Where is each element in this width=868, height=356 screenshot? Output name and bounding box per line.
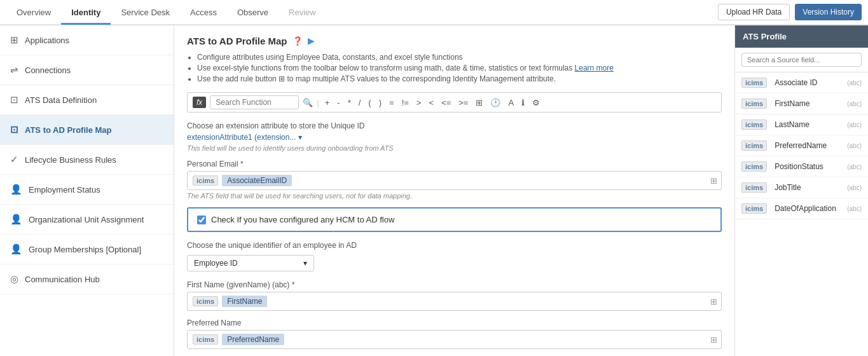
nav-items: Overview Identity Service Desk Access Ob… [6, 0, 718, 25]
extension-select[interactable]: extensionAttribute1 (extension... ▾ [187, 133, 722, 142]
sidebar-item-group-memberships[interactable]: 👤 Group Memberships [Optional] [0, 235, 174, 264]
nav-access[interactable]: Access [180, 0, 227, 25]
less-btn[interactable]: < [427, 98, 436, 107]
comm-hub-icon: ◎ [10, 273, 18, 285]
ats-field-dateofapplication: icims DateOfApplication (abc) [735, 198, 868, 219]
ats-field-name: PreferredName [775, 141, 843, 150]
text-btn[interactable]: A [506, 98, 516, 107]
icims-badge: icims [193, 334, 218, 345]
sidebar-item-label: Lifecycle Business Rules [25, 155, 116, 165]
ats-search-input[interactable] [741, 53, 862, 67]
learn-more-link[interactable]: Learn more [575, 64, 614, 72]
plus-btn[interactable]: + [323, 98, 332, 107]
preferred-name-chip: PreferredName [222, 334, 284, 345]
employee-id-select[interactable]: Employee ID ▾ [187, 255, 314, 271]
table-icon: ⊞ [710, 176, 717, 186]
main-content: ATS to AD Profile Map ❓ ▶ Configure attr… [174, 25, 734, 356]
icims-badge: icims [741, 182, 767, 193]
first-name-field: First Name (givenName) (abc) * icims Fir… [187, 280, 722, 311]
icims-badge: icims [741, 78, 767, 88]
page-title: ATS to AD Profile Map ❓ ▶ [187, 36, 722, 46]
group-icon: 👤 [10, 243, 22, 255]
sidebar-item-applications[interactable]: ⊞ Applications [0, 25, 174, 55]
bullet-2: Use excel-style functions from the toolb… [197, 64, 722, 72]
personal-email-input[interactable]: icims AssociateEmailID ⊞ [187, 171, 722, 190]
upload-hr-data-button[interactable]: Upload HR Data [718, 4, 790, 20]
description-list: Configure attributes using Employee Data… [197, 53, 722, 83]
sidebar-item-lifecycle-rules[interactable]: ✓ Lifecycle Business Rules [0, 145, 174, 175]
greater-btn[interactable]: > [415, 98, 424, 107]
org-unit-icon: 👤 [10, 214, 22, 225]
sidebar-item-comm-hub[interactable]: ◎ Communication Hub [0, 264, 174, 294]
ats-field-jobtitle: icims JobTitle (abc) [735, 177, 868, 198]
sidebar-item-ats-profile-map[interactable]: ⊡ ATS to AD Profile Map [0, 115, 174, 145]
search-icon[interactable]: 🔍 [303, 98, 313, 107]
nav-observe[interactable]: Observe [227, 0, 279, 25]
search-function-input[interactable] [210, 95, 299, 109]
equals-btn[interactable]: = [387, 98, 396, 107]
sidebar-item-label: ATS to AD Profile Map [25, 125, 112, 135]
sidebar-item-connections[interactable]: ⇌ Connections [0, 55, 174, 85]
personal-email-hint: The ATS field that will be used for sear… [187, 192, 722, 200]
top-nav: Overview Identity Service Desk Access Ob… [0, 0, 868, 25]
main-layout: ⊞ Applications ⇌ Connections ⊡ ATS Data … [0, 25, 868, 356]
top-nav-buttons: Upload HR Data Version History [718, 4, 862, 20]
personal-email-field: Personal Email * icims AssociateEmailID … [187, 160, 722, 200]
personal-email-label: Personal Email * [187, 160, 722, 168]
first-name-chip: FirstName [222, 296, 267, 307]
help-icon[interactable]: ❓ [293, 36, 303, 46]
icims-badge: icims [741, 140, 767, 151]
hcm-checkbox[interactable] [197, 216, 206, 224]
play-icon[interactable]: ▶ [308, 36, 314, 46]
sidebar-item-label: Connections [25, 65, 71, 75]
ats-data-def-icon: ⊡ [10, 94, 18, 106]
bullet-3: Use the add rule button ⊞ to map multipl… [197, 74, 722, 83]
grid-btn[interactable]: ⊞ [474, 98, 485, 107]
employment-icon: 👤 [10, 184, 22, 195]
sidebar-item-org-unit[interactable]: 👤 Organizational Unit Assignment [0, 205, 174, 235]
nav-service-desk[interactable]: Service Desk [111, 0, 180, 25]
hcm-checkbox-row[interactable]: Check If you have configured any HCM to … [187, 207, 722, 232]
unique-id-label: Choose the unique identifier of an emplo… [187, 241, 722, 250]
divide-btn[interactable]: / [357, 98, 363, 107]
gte-btn[interactable]: >= [457, 98, 470, 107]
sidebar-item-ats-data-def[interactable]: ⊡ ATS Data Definition [0, 85, 174, 115]
ats-field-firstname: icims FirstName (abc) [735, 93, 868, 114]
sidebar-item-employment-status[interactable]: 👤 Employment Status [0, 175, 174, 205]
clock-btn[interactable]: 🕐 [488, 98, 502, 107]
ats-field-type: (abc) [847, 142, 862, 149]
not-equals-btn[interactable]: != [400, 98, 411, 107]
preferred-name-field: Preferred Name icims PreferredName ⊞ [187, 318, 722, 349]
minus-btn[interactable]: - [335, 98, 341, 107]
preferred-name-input[interactable]: icims PreferredName ⊞ [187, 330, 722, 349]
lifecycle-icon: ✓ [10, 154, 18, 165]
nav-identity[interactable]: Identity [61, 0, 111, 25]
fx-label: fx [193, 97, 206, 108]
close-paren-btn[interactable]: ) [377, 98, 383, 107]
icims-badge: icims [741, 99, 767, 109]
version-history-button[interactable]: Version History [795, 4, 862, 20]
ats-field-name: PositionStatus [775, 162, 843, 171]
ats-profile-panel: ATS Profile icims Associate ID (abc) ici… [734, 25, 868, 356]
gear-icon[interactable]: ⚙ [530, 98, 542, 107]
ats-field-type: (abc) [847, 184, 862, 191]
extension-label: Choose an extension attribute to store t… [187, 121, 722, 130]
open-paren-btn[interactable]: ( [366, 98, 373, 107]
chevron-down-icon: ▾ [303, 259, 307, 268]
nav-overview[interactable]: Overview [6, 0, 61, 25]
bullet-1: Configure attributes using Employee Data… [197, 53, 722, 62]
sidebar-item-label: Organizational Unit Assignment [29, 215, 144, 224]
ats-field-name: LastName [775, 120, 843, 129]
ats-field-name: FirstName [775, 99, 843, 108]
icims-badge: icims [193, 175, 218, 186]
first-name-input[interactable]: icims FirstName ⊞ [187, 292, 722, 311]
extension-hint: This field will be used to identify user… [187, 144, 722, 152]
sidebar-item-label: ATS Data Definition [25, 95, 97, 105]
table-icon: ⊞ [710, 297, 717, 306]
multiply-btn[interactable]: * [346, 98, 353, 107]
info-btn[interactable]: ℹ [520, 98, 527, 107]
lte-btn[interactable]: <= [439, 98, 453, 107]
ats-field-type: (abc) [847, 205, 862, 212]
ats-profile-map-icon: ⊡ [10, 124, 18, 135]
preferred-name-label: Preferred Name [187, 318, 722, 327]
